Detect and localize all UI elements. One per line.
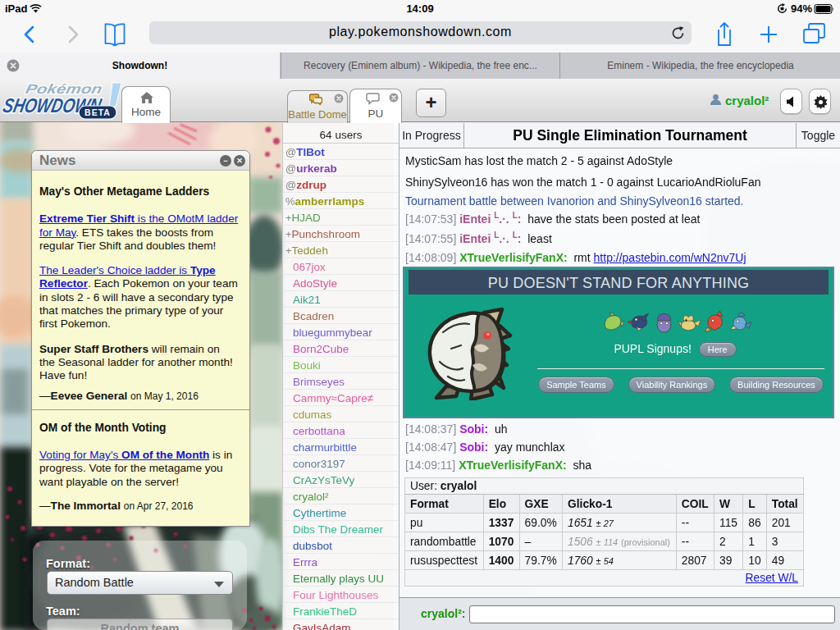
svg-text:BETA: BETA — [84, 107, 111, 117]
